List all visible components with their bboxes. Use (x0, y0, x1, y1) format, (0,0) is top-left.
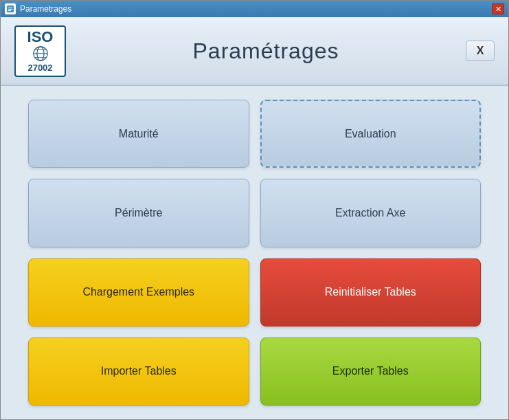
reinitialiser-tables-button[interactable]: Reinitialiser Tables (260, 258, 482, 327)
extraction-axe-button[interactable]: Extraction Axe (260, 179, 482, 247)
svg-rect-2 (8, 9, 12, 10)
exporter-tables-button[interactable]: Exporter Tables (260, 338, 482, 406)
header-close-button[interactable]: X (466, 41, 495, 61)
title-bar-left: Parametrages (5, 3, 71, 14)
importer-tables-button[interactable]: Importer Tables (28, 338, 249, 406)
perimetre-button[interactable]: Périmètre (28, 179, 249, 247)
title-bar: Parametrages ✕ (1, 1, 508, 17)
content-grid: Maturité Evaluation Périmètre Extraction… (1, 86, 508, 419)
iso-text: ISO (27, 30, 54, 45)
svg-rect-1 (8, 8, 12, 8)
svg-rect-3 (8, 10, 11, 11)
window-close-button[interactable]: ✕ (492, 3, 504, 14)
iso-globe-icon (28, 45, 53, 63)
chargement-exemples-button[interactable]: Chargement Exemples (28, 258, 249, 327)
iso-number: 27002 (27, 63, 52, 73)
main-window: Parametrages ✕ ISO 27002 Paramétrages X … (0, 0, 509, 420)
maturite-button[interactable]: Maturité (28, 100, 249, 168)
evaluation-button[interactable]: Evaluation (260, 100, 482, 168)
header: ISO 27002 Paramétrages X (1, 17, 508, 86)
title-bar-controls: ✕ (492, 3, 504, 14)
page-title: Paramétrages (66, 38, 466, 64)
title-bar-text: Parametrages (20, 4, 71, 14)
iso-logo: ISO 27002 (14, 25, 66, 77)
window-icon (5, 3, 16, 14)
